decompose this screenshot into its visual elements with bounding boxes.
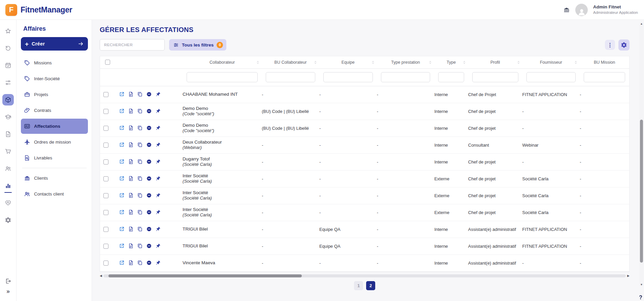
all-filters-button[interactable]: Tous les filtres 0 — [169, 39, 226, 51]
pin-icon[interactable] — [155, 225, 164, 232]
health-heart-icon[interactable] — [2, 197, 14, 209]
sidebar-item-affectations[interactable]: Affectations — [21, 119, 88, 134]
row-checkbox[interactable] — [103, 210, 108, 215]
pin-icon[interactable] — [155, 124, 164, 131]
sidebar-item-inter-societe[interactable]: Inter-Société — [21, 71, 88, 86]
scroll-down-arrow[interactable]: ▼ — [639, 282, 644, 287]
sidebar-item-contacts-client[interactable]: Contacts client — [21, 186, 88, 202]
open-icon[interactable] — [119, 225, 128, 232]
pin-icon[interactable] — [155, 209, 164, 215]
select-all-checkbox[interactable] — [105, 60, 110, 65]
scroll-left-arrow[interactable]: ◀ — [100, 274, 102, 277]
sidebar-item-ordres-de-mission[interactable]: Ordres de mission — [21, 134, 88, 150]
row-checkbox[interactable] — [103, 227, 108, 232]
pdf-icon[interactable] — [128, 175, 137, 182]
sidebar-item-projets[interactable]: Projets — [21, 87, 88, 102]
affaires-cube-icon[interactable] — [2, 94, 14, 106]
filter-equipe-input[interactable] — [323, 72, 373, 82]
page-1-button[interactable]: 1 — [354, 281, 363, 290]
deactivate-icon[interactable] — [146, 158, 155, 165]
deactivate-icon[interactable] — [146, 259, 155, 266]
sort-icon[interactable] — [313, 60, 318, 64]
pdf-icon[interactable] — [128, 124, 137, 131]
pin-icon[interactable] — [155, 91, 164, 97]
horizontal-scroll-thumb[interactable] — [108, 274, 302, 277]
filter-fournisseur-input[interactable] — [526, 72, 576, 82]
pdf-icon[interactable] — [128, 225, 137, 232]
sort-icon[interactable] — [256, 60, 260, 64]
sort-icon[interactable] — [574, 60, 578, 64]
duplicate-icon[interactable] — [137, 192, 146, 199]
sort-icon[interactable] — [462, 60, 466, 64]
open-icon[interactable] — [119, 158, 128, 165]
filter-profil-input[interactable] — [472, 72, 518, 82]
filter-type-input[interactable] — [438, 72, 464, 82]
table-settings-button[interactable] — [618, 39, 630, 51]
sidebar-item-missions[interactable]: Missions — [21, 55, 88, 70]
row-checkbox[interactable] — [103, 159, 108, 164]
pin-icon[interactable] — [155, 108, 164, 114]
duplicate-icon[interactable] — [137, 158, 146, 165]
row-checkbox[interactable] — [103, 193, 108, 198]
deactivate-icon[interactable] — [146, 108, 155, 114]
row-checkbox[interactable] — [103, 143, 108, 148]
pin-icon[interactable] — [155, 242, 164, 249]
avatar[interactable] — [575, 4, 588, 16]
page-2-button[interactable]: 2 — [366, 281, 375, 290]
sort-icon[interactable] — [516, 60, 521, 64]
formation-cap-icon[interactable] — [2, 111, 14, 123]
expand-chevrons-icon[interactable]: » — [2, 286, 14, 296]
reports-chart-icon[interactable] — [2, 180, 14, 191]
sidebar-item-contrats[interactable]: Contrats — [21, 103, 88, 118]
history-icon[interactable] — [2, 42, 14, 54]
open-icon[interactable] — [119, 141, 128, 148]
row-checkbox[interactable] — [103, 261, 108, 266]
open-icon[interactable] — [119, 175, 128, 182]
open-icon[interactable] — [119, 242, 128, 249]
create-button[interactable]: + Créer — [21, 37, 88, 51]
duplicate-icon[interactable] — [137, 108, 146, 114]
pdf-icon[interactable] — [128, 158, 137, 165]
deactivate-icon[interactable] — [146, 209, 155, 215]
pin-icon[interactable] — [155, 175, 164, 182]
scroll-up-arrow[interactable]: ▲ — [639, 22, 644, 26]
open-icon[interactable] — [119, 259, 128, 266]
deactivate-icon[interactable] — [146, 242, 155, 249]
open-icon[interactable] — [119, 91, 128, 97]
favorites-star-icon[interactable] — [2, 25, 14, 37]
people-icon[interactable] — [2, 163, 14, 174]
open-icon[interactable] — [119, 124, 128, 131]
pdf-icon[interactable] — [128, 259, 137, 266]
deactivate-icon[interactable] — [146, 225, 155, 232]
planning-calendar-icon[interactable] — [2, 60, 14, 71]
scroll-right-arrow[interactable]: ▶ — [627, 274, 630, 277]
open-icon[interactable] — [119, 209, 128, 215]
duplicate-icon[interactable] — [137, 259, 146, 266]
horizontal-scroll-track[interactable] — [103, 274, 626, 277]
vertical-scrollbar[interactable]: ▲ ▼ — [639, 22, 644, 287]
duplicate-icon[interactable] — [137, 225, 146, 232]
row-checkbox[interactable] — [103, 176, 108, 181]
pin-icon[interactable] — [155, 192, 164, 199]
vertical-scroll-thumb[interactable] — [640, 120, 643, 263]
deactivate-icon[interactable] — [146, 175, 155, 182]
purchases-cart-icon[interactable] — [2, 146, 14, 157]
sort-icon[interactable] — [428, 60, 432, 64]
row-checkbox[interactable] — [103, 126, 108, 131]
filter-collaborateur-input[interactable] — [187, 72, 258, 82]
duplicate-icon[interactable] — [137, 91, 146, 97]
search-input[interactable] — [100, 39, 165, 51]
sort-icon[interactable] — [371, 60, 375, 64]
filter-bu-collaborateur-input[interactable] — [266, 72, 315, 82]
open-icon[interactable] — [119, 108, 128, 114]
pdf-icon[interactable] — [128, 91, 137, 97]
pin-icon[interactable] — [155, 158, 164, 165]
filter-bu-mission-input[interactable] — [584, 72, 625, 82]
user-menu[interactable]: Admin Fitnet Administrateur Application — [593, 4, 638, 15]
help-button[interactable]: ? — [639, 295, 642, 301]
sidebar-item-clients[interactable]: Clients — [21, 171, 88, 186]
tune-sliders-icon[interactable] — [2, 77, 14, 88]
pdf-icon[interactable] — [128, 242, 137, 249]
deactivate-icon[interactable] — [146, 141, 155, 148]
organization-icon[interactable] — [563, 6, 570, 13]
